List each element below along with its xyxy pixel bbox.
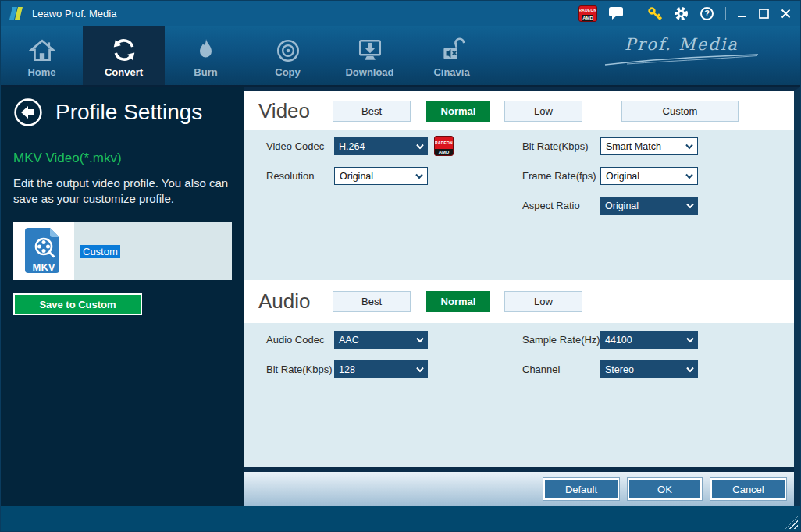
- video-resolution-dropdown[interactable]: Original: [334, 167, 428, 185]
- app-logo-icon: [9, 5, 24, 21]
- audio-bitrate-dropdown[interactable]: 128: [334, 360, 428, 378]
- minimize-button[interactable]: [738, 9, 747, 18]
- settings-panel: Video Best Normal Low Custom Video Codec…: [244, 87, 800, 506]
- video-quality-normal-button[interactable]: Normal: [426, 101, 490, 122]
- video-bitrate-label: Bit Rate(Kbps): [522, 137, 600, 155]
- nav-tab-home[interactable]: Home: [1, 26, 83, 85]
- home-icon: [29, 33, 55, 64]
- video-quality-low-button[interactable]: Low: [504, 101, 582, 122]
- audio-quality-low-button[interactable]: Low: [504, 291, 582, 312]
- profile-description: Edit the output video profile. You also …: [13, 176, 233, 207]
- titlebar: Leawo Prof. Media RADEON AMD ?: [1, 1, 800, 26]
- nav-tab-convert[interactable]: Convert: [83, 26, 165, 85]
- video-quality-custom-button[interactable]: Custom: [621, 101, 739, 122]
- audio-quality-best-button[interactable]: Best: [333, 291, 411, 312]
- window-title: Leawo Prof. Media: [32, 8, 116, 20]
- amd-radeon-badge-icon[interactable]: RADEON AMD: [578, 5, 597, 22]
- audio-samplerate-label: Sample Rate(Hz): [522, 331, 600, 349]
- audio-quality-normal-button[interactable]: Normal: [426, 291, 490, 312]
- app-window: Leawo Prof. Media RADEON AMD ?: [0, 0, 801, 532]
- video-section-title: Video: [258, 99, 333, 123]
- resize-grip[interactable]: [785, 516, 798, 529]
- brand-swoosh: [603, 54, 760, 66]
- titlebar-separator: [725, 7, 726, 20]
- nav-tab-cinavia[interactable]: Cinavia: [411, 26, 493, 85]
- dialog-button-bar: Default OK Cancel: [244, 472, 794, 506]
- chevron-down-icon: [685, 144, 693, 149]
- sidebar: Profile Settings MKV Video(*.mkv) Edit t…: [1, 87, 244, 506]
- chevron-down-icon: [686, 367, 694, 372]
- video-section-header: Video Best Normal Low Custom: [244, 91, 794, 130]
- chevron-down-icon: [416, 337, 424, 342]
- video-aspect-dropdown[interactable]: Original: [600, 197, 698, 215]
- audio-samplerate-dropdown[interactable]: 44100: [600, 331, 698, 349]
- audio-codec-dropdown[interactable]: AAC: [334, 331, 428, 349]
- page-title: Profile Settings: [55, 100, 202, 125]
- svg-text:MKV: MKV: [33, 261, 55, 273]
- download-icon: [357, 33, 383, 64]
- burn-flame-icon: [194, 33, 219, 64]
- save-to-custom-button[interactable]: Save to Custom: [13, 293, 142, 315]
- ok-button[interactable]: OK: [628, 478, 702, 500]
- maximize-button[interactable]: [759, 9, 769, 19]
- brand-logotype: Prof. Media: [603, 35, 760, 69]
- chevron-down-icon: [415, 173, 423, 179]
- video-resolution-label: Resolution: [266, 167, 334, 185]
- chevron-down-icon: [416, 367, 424, 372]
- audio-settings: Audio Codec AAC Sample Rate(Hz) 44100 Bi…: [244, 323, 794, 467]
- chevron-down-icon: [686, 203, 694, 208]
- custom-profile-item[interactable]: MKV Custom: [13, 222, 232, 280]
- chevron-down-icon: [416, 144, 424, 149]
- audio-channel-dropdown[interactable]: Stereo: [600, 360, 698, 378]
- nav-tab-burn[interactable]: Burn: [165, 26, 247, 85]
- amd-acceleration-badge-icon: RADEON AMD: [434, 136, 454, 156]
- video-framerate-dropdown[interactable]: Original: [600, 167, 698, 185]
- video-bitrate-dropdown[interactable]: Smart Match: [600, 137, 698, 155]
- audio-section-title: Audio: [258, 289, 333, 314]
- video-codec-dropdown[interactable]: H.264: [334, 137, 428, 155]
- cinavia-unlock-icon: [439, 33, 465, 64]
- profile-format-label: MKV Video(*.mkv): [13, 151, 232, 166]
- register-key-icon[interactable]: [647, 6, 662, 21]
- status-footer: [1, 506, 800, 531]
- help-icon[interactable]: ?: [700, 7, 714, 20]
- main-nav: Home Convert Burn Copy Download: [1, 26, 800, 87]
- video-framerate-label: Frame Rate(fps): [522, 167, 600, 185]
- audio-codec-label: Audio Codec: [266, 331, 334, 349]
- copy-disc-icon: [275, 33, 301, 64]
- video-quality-best-button[interactable]: Best: [333, 101, 411, 122]
- cancel-button[interactable]: Cancel: [710, 478, 786, 500]
- video-codec-label: Video Codec: [266, 137, 334, 155]
- audio-channel-label: Channel: [522, 360, 600, 378]
- mkv-file-icon: MKV: [13, 222, 74, 280]
- titlebar-separator: [635, 7, 635, 20]
- audio-bitrate-label: Bit Rate(Kbps): [266, 360, 334, 378]
- nav-tab-download[interactable]: Download: [329, 26, 411, 85]
- video-settings: Video Codec H.264 RADEON AMD Bit Rate(Kb…: [244, 130, 794, 280]
- chevron-down-icon: [686, 337, 694, 342]
- feedback-chat-icon[interactable]: [609, 7, 623, 20]
- profile-name-field[interactable]: Custom: [80, 245, 120, 258]
- close-button[interactable]: [781, 9, 791, 19]
- settings-gear-icon[interactable]: [674, 6, 689, 21]
- back-button[interactable]: [13, 98, 43, 127]
- chevron-down-icon: [685, 173, 693, 179]
- audio-section-header: Audio Best Normal Low: [244, 280, 794, 323]
- main-area: Profile Settings MKV Video(*.mkv) Edit t…: [1, 87, 800, 506]
- video-aspect-label: Aspect Ratio: [522, 197, 600, 215]
- nav-tab-copy[interactable]: Copy: [247, 26, 329, 85]
- convert-refresh-icon: [110, 33, 138, 64]
- default-button[interactable]: Default: [543, 478, 619, 500]
